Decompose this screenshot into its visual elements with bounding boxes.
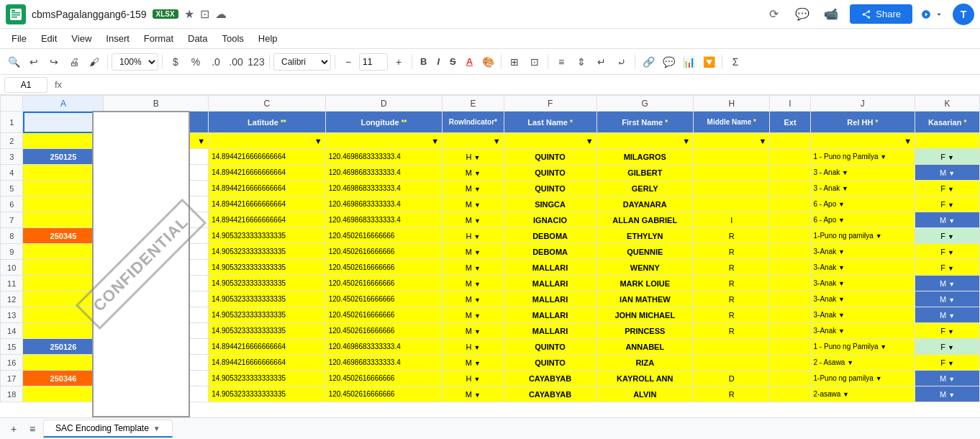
cell-j14[interactable]: 3-Anak ▼	[810, 323, 915, 339]
cell-e10[interactable]: M ▼	[443, 260, 504, 276]
cell-j4[interactable]: 3 - Anak ▼	[810, 165, 915, 181]
cell-c16[interactable]: 14.8944216666666664	[209, 355, 326, 371]
cell-b11[interactable]	[104, 276, 209, 291]
cell-h4[interactable]	[694, 165, 770, 181]
cell-i3[interactable]	[770, 149, 810, 165]
font-selector[interactable]: Calibri	[273, 53, 331, 71]
cell-h6[interactable]	[694, 196, 770, 212]
cell-c1[interactable]: Latitude **	[209, 112, 326, 133]
cell-e7[interactable]: M ▼	[443, 212, 504, 228]
cell-j12[interactable]: 3-Anak ▼	[810, 291, 915, 307]
cell-j13[interactable]: 3-Anak ▼	[810, 307, 915, 323]
cell-h15[interactable]	[694, 339, 770, 355]
cell-b18[interactable]	[104, 386, 209, 402]
cell-b17[interactable]	[104, 371, 209, 386]
link-button[interactable]: 🔗	[639, 53, 658, 71]
cell-j10[interactable]: 3-Anak ▼	[810, 260, 915, 276]
borders-button[interactable]: ⊞	[505, 53, 524, 71]
cell-g1[interactable]: First Name *	[596, 112, 694, 133]
cell-e1[interactable]: RowIndicator*	[443, 112, 504, 133]
cell-f14[interactable]: MALLARI	[504, 323, 596, 339]
cell-b14[interactable]	[104, 323, 209, 339]
cell-j5[interactable]: 3 - Anak ▼	[810, 181, 915, 196]
col-header-c[interactable]: C	[209, 96, 326, 112]
sheet-tab-dropdown-icon[interactable]: ▼	[153, 425, 160, 433]
cell-f12[interactable]: MALLARI	[504, 291, 596, 307]
cell-f3[interactable]: QUINTO	[504, 149, 596, 165]
cell-c12[interactable]: 14.9053233333333335	[209, 291, 326, 307]
function-button[interactable]: Σ	[726, 53, 745, 71]
cell-e2[interactable]: ▼	[443, 133, 504, 149]
cell-f15[interactable]: QUINTO	[504, 339, 596, 355]
paint-format-icon[interactable]: 🖌	[85, 53, 104, 71]
cell-f5[interactable]: QUINTO	[504, 181, 596, 196]
bold-button[interactable]: B	[416, 53, 431, 71]
cell-a14[interactable]	[23, 323, 104, 339]
currency-icon[interactable]: $	[166, 53, 185, 71]
cell-i14[interactable]	[770, 323, 810, 339]
cell-e5[interactable]: M ▼	[443, 181, 504, 196]
cell-g13[interactable]: JOHN MICHAEL	[596, 307, 694, 323]
cell-i9[interactable]	[770, 244, 810, 260]
cell-h10[interactable]: R	[694, 260, 770, 276]
cell-h2[interactable]: ▼	[694, 133, 770, 149]
cell-j15[interactable]: 1 - Puno ng Pamilya ▼	[810, 339, 915, 355]
cell-h11[interactable]: R	[694, 276, 770, 291]
cell-d7[interactable]: 120.4698683333333.4	[325, 212, 443, 228]
cell-d11[interactable]: 120.4502616666666	[325, 276, 443, 291]
cell-k17[interactable]: M ▼	[915, 371, 980, 386]
increase-font-icon[interactable]: +	[389, 53, 408, 71]
cell-h13[interactable]: R	[694, 307, 770, 323]
menu-tools[interactable]: Tools	[216, 32, 249, 45]
col-header-e[interactable]: E	[443, 96, 504, 112]
cell-k16[interactable]: F ▼	[915, 355, 980, 371]
cell-f7[interactable]: IGNACIO	[504, 212, 596, 228]
cell-i10[interactable]	[770, 260, 810, 276]
search-icon[interactable]: 🔍	[4, 53, 23, 71]
cell-d3[interactable]: 120.4698683333333.4	[325, 149, 443, 165]
cell-i13[interactable]	[770, 307, 810, 323]
cell-j7[interactable]: 6 - Apo ▼	[810, 212, 915, 228]
menu-data[interactable]: Data	[182, 32, 213, 45]
cell-k14[interactable]: F ▼	[915, 323, 980, 339]
cell-i8[interactable]	[770, 228, 810, 244]
cell-f13[interactable]: MALLARI	[504, 307, 596, 323]
cell-f11[interactable]: MALLARI	[504, 276, 596, 291]
cell-b2[interactable]: ▼	[104, 133, 209, 149]
cell-g5[interactable]: GERLY	[596, 181, 694, 196]
cell-c5[interactable]: 14.8944216666666664	[209, 181, 326, 196]
menu-insert[interactable]: Insert	[100, 32, 135, 45]
cell-a16[interactable]	[23, 355, 104, 371]
cell-c14[interactable]: 14.9053233333333335	[209, 323, 326, 339]
cell-f16[interactable]: QUINTO	[504, 355, 596, 371]
cell-k6[interactable]: F ▼	[915, 196, 980, 212]
vertical-align-button[interactable]: ⇕	[572, 53, 591, 71]
cell-i2[interactable]	[770, 133, 810, 149]
cell-d13[interactable]: 120.4502616666666	[325, 307, 443, 323]
zoom-selector[interactable]: 100%	[112, 53, 158, 71]
cell-a6[interactable]	[23, 196, 104, 212]
cell-e17[interactable]: H ▼	[443, 371, 504, 386]
cell-i18[interactable]	[770, 386, 810, 402]
cell-h3[interactable]	[694, 149, 770, 165]
cell-a8[interactable]: 250345	[23, 228, 104, 244]
share-button[interactable]: Share	[850, 4, 912, 24]
cell-b5[interactable]	[104, 181, 209, 196]
cell-g14[interactable]: PRINCESS	[596, 323, 694, 339]
cell-f4[interactable]: QUINTO	[504, 165, 596, 181]
align-button[interactable]: ≡	[552, 53, 571, 71]
cell-g12[interactable]: IAN MATHEW	[596, 291, 694, 307]
cell-a1[interactable]	[23, 112, 104, 133]
cell-h17[interactable]: D	[694, 371, 770, 386]
cell-c3[interactable]: 14.8944216666666664	[209, 149, 326, 165]
cell-j11[interactable]: 3-Anak ▼	[810, 276, 915, 291]
col-header-h[interactable]: H	[694, 96, 770, 112]
cell-g2[interactable]: ▼	[596, 133, 694, 149]
cell-k18[interactable]: M ▼	[915, 386, 980, 402]
cell-d1[interactable]: Longitude **	[325, 112, 443, 133]
cell-g16[interactable]: RIZA	[596, 355, 694, 371]
cell-a10[interactable]	[23, 260, 104, 276]
cell-j3[interactable]: 1 - Puno ng Pamilya ▼	[810, 149, 915, 165]
cell-f10[interactable]: MALLARI	[504, 260, 596, 276]
cell-i5[interactable]	[770, 181, 810, 196]
